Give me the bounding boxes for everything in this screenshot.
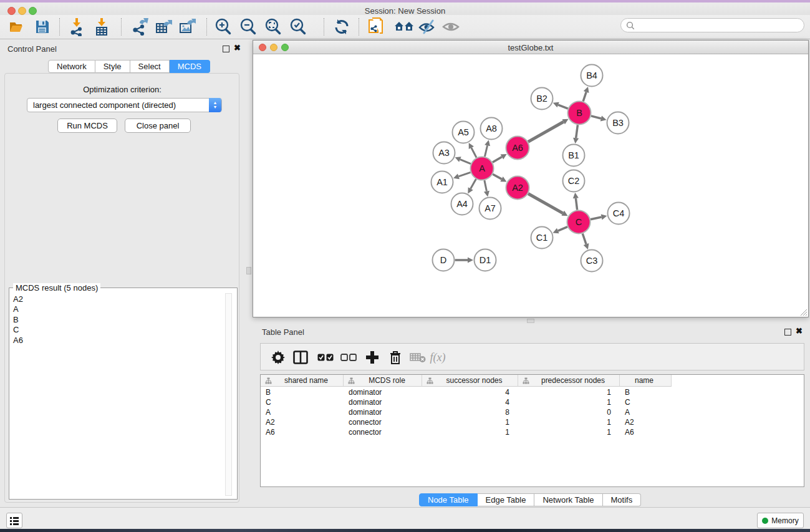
column-header-predecessor-nodes[interactable]: predecessor nodes [518,375,620,387]
hide-columns-icon[interactable] [339,347,359,367]
graph-edge-A2-C[interactable] [528,194,563,213]
tab-network-table[interactable]: Network Table [534,493,602,506]
mcds-result-item[interactable]: A [13,304,23,314]
table-settings-icon[interactable] [268,347,288,367]
network-document-icon[interactable] [366,17,386,37]
table-cell[interactable]: dominator [344,387,422,397]
graph-edge-A-A5[interactable] [471,148,476,158]
table-cell[interactable]: 8 [422,407,518,417]
zoom-in-icon[interactable] [213,17,233,37]
graph-edge-C-C1[interactable] [558,227,567,231]
graph-edge-B-B3[interactable] [591,116,601,118]
delete-column-icon[interactable] [385,347,405,367]
mcds-result-item[interactable]: A6 [13,336,23,346]
task-history-button[interactable] [6,513,22,528]
function-builder-icon[interactable]: f(x) [428,347,448,367]
horizontal-splitter-handle[interactable] [527,319,534,323]
column-header-shared-name[interactable]: shared name [261,375,344,387]
table-cell[interactable]: A [620,407,672,417]
graph-edge-A-A2[interactable] [493,174,501,179]
table-cell[interactable]: 4 [422,397,518,407]
table-cell[interactable]: A2 [261,417,344,427]
tab-network[interactable]: Network [48,60,95,73]
graph-edge-A-A8[interactable] [485,145,487,157]
zoom-out-icon[interactable] [238,17,258,37]
table-row[interactable]: Adominator80A [261,407,672,417]
tab-style[interactable]: Style [95,60,130,73]
close-panel-button[interactable]: Close panel [125,118,191,133]
network-window-titlebar[interactable]: testGlobe.txt [253,41,808,54]
tab-node-table[interactable]: Node Table [419,493,478,506]
table-cell[interactable]: 1 [518,387,620,397]
graph-edge-A-A7[interactable] [485,180,487,191]
tab-select[interactable]: Select [130,60,170,73]
table-cell[interactable]: dominator [344,407,422,417]
graph-edge-A-A6[interactable] [493,157,502,163]
save-session-icon[interactable] [32,17,52,37]
memory-button[interactable]: Memory [757,513,804,528]
graph-edge-C-C4[interactable] [591,217,602,220]
mcds-result-item[interactable]: A2 [13,294,23,304]
graph-edge-A-A1[interactable] [458,172,470,177]
table-cell[interactable]: A [261,407,344,417]
first-neighbors-icon[interactable] [394,17,414,37]
zoom-selected-icon[interactable] [288,17,308,37]
import-table-icon[interactable] [92,17,112,37]
export-network-icon[interactable] [130,17,150,37]
table-cell[interactable]: 4 [422,387,518,397]
column-header-MCDS-role[interactable]: MCDS role [344,375,422,387]
mcds-result-scrollbar[interactable] [225,293,232,496]
tab-mcds[interactable]: MCDS [170,60,210,73]
table-row[interactable]: A6connector11A6 [261,427,672,437]
graph-edge-B-B1[interactable] [576,125,578,138]
split-view-icon[interactable] [291,347,311,367]
close-panel-icon[interactable]: ✖ [796,326,803,336]
zoom-fit-icon[interactable] [263,17,283,37]
float-panel-icon[interactable] [223,46,229,52]
table-cell[interactable]: C [261,397,344,407]
optimization-criterion-select[interactable]: largest connected component (directed) ▲… [27,98,222,112]
search-box[interactable] [620,18,804,32]
table-cell[interactable]: connector [344,417,422,427]
table-row[interactable]: A2connector11A2 [261,417,672,427]
export-image-icon[interactable] [178,17,198,37]
node-table[interactable]: shared nameMCDS rolesuccessor nodesprede… [260,374,804,487]
tab-motifs[interactable]: Motifs [603,493,642,506]
table-cell[interactable]: 0 [518,407,620,417]
graph-edge-B-B2[interactable] [558,105,568,109]
table-cell[interactable]: A2 [620,417,672,427]
run-mcds-button[interactable]: Run MCDS [57,118,117,133]
table-cell[interactable]: 1 [518,427,620,437]
close-panel-icon[interactable]: ✖ [234,43,241,52]
table-cell[interactable]: B [261,387,344,397]
table-cell[interactable]: 1 [518,417,620,427]
network-graph-canvas[interactable]: B4B2BB3A8A5A6A3B1AC2A1A2A4A7C4CC1C3DD1 [253,54,808,317]
refresh-layout-icon[interactable] [332,17,352,37]
graph-edge-C-C2[interactable] [576,198,577,210]
search-input[interactable] [638,21,804,30]
vertical-splitter-handle[interactable] [246,267,251,274]
resize-grip-icon[interactable] [800,309,808,316]
column-header-successor-nodes[interactable]: successor nodes [422,375,518,387]
table-cell[interactable]: 1 [422,427,518,437]
table-cell[interactable]: 1 [518,397,620,407]
graph-edge-A-A4[interactable] [471,179,476,189]
add-column-icon[interactable] [362,347,382,367]
graph-edge-C-C3[interactable] [582,233,586,244]
table-cell[interactable]: C [620,397,672,407]
float-panel-icon[interactable] [784,329,791,336]
graph-edge-B-B4[interactable] [583,92,586,102]
table-cell[interactable]: B [620,387,672,397]
mcds-result-item[interactable]: C [13,325,23,335]
graph-edge-A-A3[interactable] [460,160,471,164]
show-columns-icon[interactable] [316,347,335,367]
table-cell[interactable]: A6 [261,427,344,437]
mcds-result-item[interactable]: B [13,315,23,325]
graph-edge-A6-B[interactable] [528,122,564,142]
table-cell[interactable]: 1 [422,417,518,427]
table-cell[interactable]: dominator [344,397,422,407]
export-table-icon[interactable] [154,17,174,37]
table-row[interactable]: Bdominator41B [261,387,672,397]
show-hidden-icon[interactable] [441,17,461,37]
table-row[interactable]: Cdominator41C [261,397,672,407]
